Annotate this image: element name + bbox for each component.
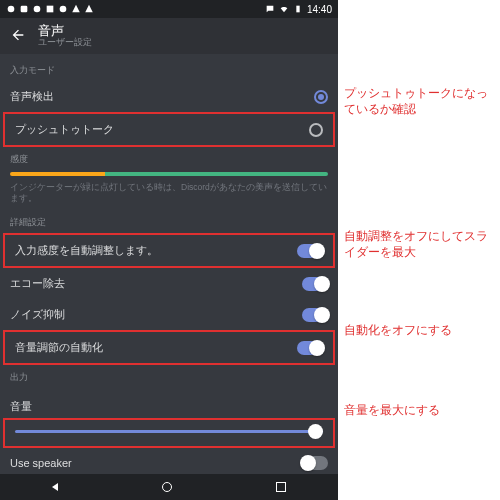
slider-thumb-icon[interactable] [308, 424, 323, 439]
annotation-panel: プッシュトゥトークになっているか確認 自動調整をオフにしてスライダーを最大 自動… [338, 0, 500, 500]
toggle-on-icon[interactable] [302, 308, 328, 322]
svg-rect-4 [296, 6, 299, 13]
toggle-use-speaker[interactable]: Use speaker [0, 448, 338, 474]
wifi-icon [279, 4, 289, 14]
nav-home-icon[interactable] [162, 482, 172, 492]
annotation-4: 音量を最大にする [344, 402, 496, 418]
page-title: 音声 [38, 24, 92, 38]
volume-label: 音量 [10, 399, 328, 414]
annotation-3: 自動化をオフにする [344, 322, 496, 338]
status-system-icons: 14:40 [265, 4, 332, 15]
toggle-off-icon[interactable] [302, 456, 328, 470]
radio-off-icon[interactable] [309, 123, 323, 137]
settings-content: 入力モード 音声検出 プッシュトゥトーク 感度 インジケーターが緑に点灯している… [0, 54, 338, 474]
nav-recent-icon[interactable] [276, 482, 286, 492]
page-subtitle: ユーザー設定 [38, 38, 92, 48]
android-status-bar: 14:40 [0, 0, 338, 18]
toggle-noise-suppress[interactable]: ノイズ抑制 [0, 299, 338, 330]
toggle-on-icon[interactable] [297, 341, 323, 355]
sensitivity-hint: インジケーターが緑に点灯している時は、Discordがあなたの美声を送信していま… [0, 182, 338, 210]
toggle-echo-cancel[interactable]: エコー除去 [0, 268, 338, 299]
nav-back-icon[interactable] [52, 483, 58, 491]
status-notification-icons [6, 4, 94, 14]
clock: 14:40 [307, 4, 332, 15]
section-advanced: 詳細設定 [0, 210, 338, 233]
option-voice-detect[interactable]: 音声検出 [0, 81, 338, 112]
section-output: 出力 [0, 365, 338, 388]
section-sensitivity: 感度 [0, 147, 338, 170]
svg-point-2 [34, 6, 41, 13]
annotation-2: 自動調整をオフにしてスライダーを最大 [344, 228, 496, 260]
annotation-1: プッシュトゥトークになっているか確認 [344, 85, 496, 117]
svg-point-3 [60, 6, 67, 13]
radio-on-icon[interactable] [314, 90, 328, 104]
svg-rect-1 [21, 6, 28, 13]
option-push-to-talk[interactable]: プッシュトゥトーク [3, 112, 335, 147]
sensitivity-indicator [10, 172, 328, 176]
toggle-on-icon[interactable] [302, 277, 328, 291]
android-nav-bar [0, 474, 338, 500]
toggle-on-icon[interactable] [297, 244, 323, 258]
toggle-auto-gain[interactable]: 音量調節の自動化 [3, 330, 335, 365]
toggle-auto-sensitivity[interactable]: 入力感度を自動調整します。 [3, 233, 335, 268]
phone-screen: 14:40 音声 ユーザー設定 入力モード 音声検出 プッシュトゥトーク 感度 … [0, 0, 338, 500]
svg-point-0 [8, 6, 15, 13]
back-arrow-icon[interactable] [10, 27, 26, 45]
section-input-mode: 入力モード [0, 58, 338, 81]
app-header: 音声 ユーザー設定 [0, 18, 338, 54]
volume-slider-row[interactable] [3, 418, 335, 448]
chat-icon [265, 4, 275, 14]
battery-icon [293, 4, 303, 14]
volume-slider[interactable] [15, 430, 323, 433]
